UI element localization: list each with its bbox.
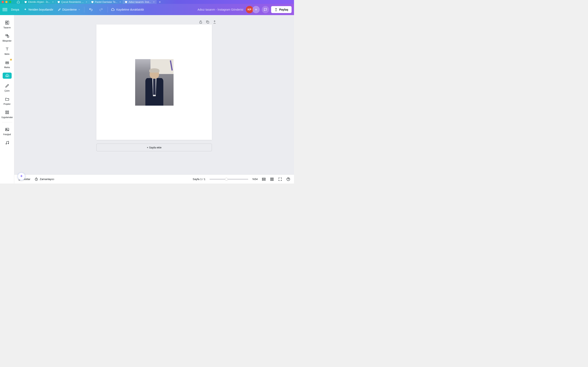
sparkle-icon [19,174,24,178]
left-sidebar: Tasarım Bileşenler Metin 👑 Marka Çizim P… [0,15,14,184]
tab-3[interactable]: Pastel Damlalar Te... × [89,0,123,4]
home-tab[interactable] [14,0,22,4]
template-icon [5,20,9,25]
share-label: Paylaş [279,8,288,11]
svg-rect-0 [5,21,7,22]
heart-icon [91,1,94,3]
sidebar-label: Uygulamalar [1,116,13,118]
magic-assistant-button[interactable] [17,173,25,180]
svg-rect-1 [7,21,9,25]
view-grid-button[interactable] [270,177,274,181]
zoom-slider[interactable] [209,179,248,180]
fullscreen-icon [278,177,282,181]
zoom-thumb[interactable] [225,178,228,181]
window-controls [2,1,11,3]
chevron-down-icon [78,8,80,11]
zoom-level[interactable]: %54 [252,178,258,181]
sidebar-item-design[interactable]: Tasarım [0,17,14,30]
timer-button[interactable]: Zamanlayıcı [35,177,54,181]
save-status-text: Kaydetme duraklatıldı [116,8,144,11]
heart-icon [24,1,27,3]
sidebar-label: Marka [4,66,10,68]
help-icon [286,177,290,181]
svg-rect-17 [207,21,209,23]
music-icon [5,141,9,145]
user-avatar[interactable]: KP [246,6,253,13]
placed-image[interactable] [135,59,173,106]
tab-close-icon[interactable]: × [153,0,155,3]
tab-close-icon[interactable]: × [86,0,87,3]
share-button[interactable]: Paylaş [271,6,292,13]
window-close-button[interactable] [2,1,4,3]
sidebar-item-text[interactable]: Metin [0,44,14,57]
bottom-bar: Notlar Zamanlayıcı Sayfa 1 / 1 %54 [14,175,294,184]
window-minimize-button[interactable] [5,1,8,3]
undo-button[interactable] [87,6,95,13]
tab-close-icon[interactable]: × [120,0,121,3]
design-canvas[interactable] [96,25,212,140]
divider [108,7,108,12]
svg-rect-21 [270,178,272,179]
tab-close-icon[interactable]: × [52,0,54,3]
svg-rect-2 [5,23,7,24]
add-page-button[interactable]: + Sayfa ekle [96,143,212,151]
plus-icon [254,8,258,11]
heart-icon [125,1,127,3]
svg-point-7 [7,62,8,63]
tab-label: Adsız tasarım- İnst... [129,1,151,3]
crown-icon: 👑 [10,58,12,60]
sidebar-item-photo[interactable]: Fotoğraf [0,124,14,137]
svg-rect-19 [262,178,265,179]
menu-button[interactable] [2,7,7,12]
design-title[interactable]: Adsız tasarım - İnstagram Gönderisi [198,8,243,11]
resize-label: Yeniden boyutlandır [28,8,53,11]
pencil-icon [58,8,61,11]
sidebar-item-brand[interactable]: 👑 Marka [0,57,14,70]
comments-button[interactable] [262,6,269,13]
svg-rect-8 [6,111,7,112]
file-menu[interactable]: Dosya [10,7,20,12]
comment-icon [264,8,267,11]
timer-label: Zamanlayıcı [40,178,54,181]
home-icon [17,0,20,3]
sidebar-item-elements[interactable]: Bileşenler [0,31,14,44]
heart-icon [57,1,60,3]
page-indicator[interactable]: Sayfa 1 / 1 [193,178,205,181]
sidebar-label: Tasarım [3,26,11,29]
svg-rect-23 [270,179,272,180]
sidebar-label: Projeler [3,103,10,105]
help-button[interactable] [286,177,290,181]
sparkle-icon [24,8,27,11]
fullscreen-button[interactable] [278,177,282,181]
svg-rect-22 [272,178,273,179]
sidebar-label: Metin [4,53,9,55]
tab-label: Etkinlik Afişleri - İn... [28,1,50,3]
sidebar-label: Bileşenler [3,40,12,42]
add-member-button[interactable] [252,6,260,13]
svg-rect-9 [7,111,9,112]
tab-1[interactable]: Etkinlik Afişleri - İn... × [22,0,56,4]
window-maximize-button[interactable] [9,1,11,3]
sidebar-item-uploads[interactable] [0,71,14,80]
canvas-viewport[interactable]: + Sayfa ekle [14,23,294,175]
upload-icon [274,8,278,11]
sidebar-item-audio[interactable] [0,138,14,147]
tab-2[interactable]: Çocuk Resimlerini ... × [56,0,89,4]
view-list-button[interactable] [262,177,266,181]
draw-icon [5,83,9,88]
sidebar-item-apps[interactable]: Uygulamalar [0,107,14,120]
main-toolbar: Dosya Yeniden boyutlandır Düzenleme Kayd… [0,4,294,15]
divider [84,7,84,12]
sidebar-item-projects[interactable]: Projeler [0,94,14,107]
new-tab-button[interactable]: + [156,0,163,4]
sidebar-item-draw[interactable]: Çizim [0,81,14,94]
edit-menu[interactable]: Düzenleme [57,7,81,12]
resize-button[interactable]: Yeniden boyutlandır [23,7,54,12]
tab-4-active[interactable]: Adsız tasarım- İnst... × [123,0,156,4]
redo-button[interactable] [97,6,105,13]
tab-strip: Etkinlik Afişleri - İn... × Çocuk Resiml… [0,0,294,4]
sidebar-label: Çizim [4,90,9,92]
sidebar-divider [2,122,12,122]
save-status: Kaydetme duraklatıldı [111,8,144,12]
timer-icon [35,177,38,181]
